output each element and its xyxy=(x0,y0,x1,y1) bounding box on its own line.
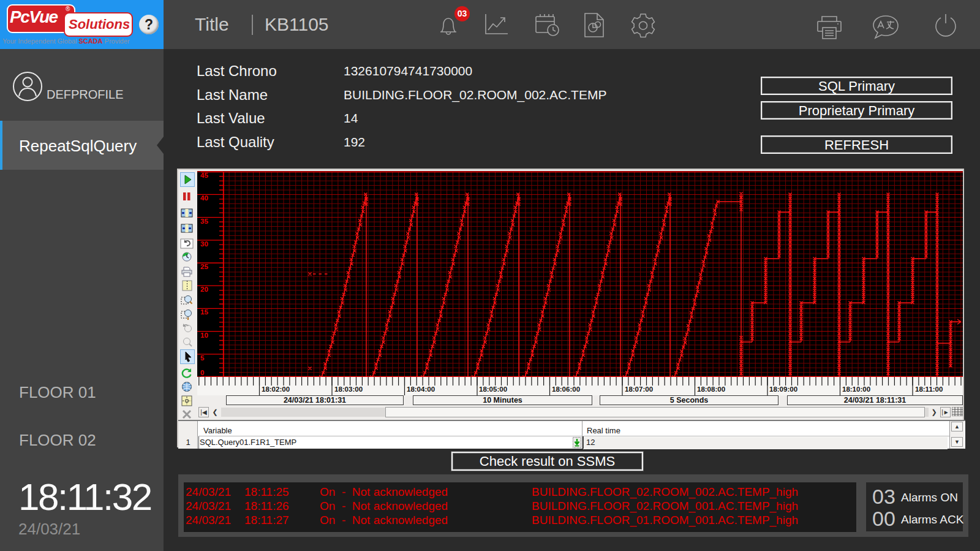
svg-text:18:10:00: 18:10:00 xyxy=(842,386,870,393)
svg-text:18:05:00: 18:05:00 xyxy=(479,386,507,393)
svg-text:15: 15 xyxy=(200,308,208,316)
svg-text:45: 45 xyxy=(200,172,208,179)
svg-text:18:07:00: 18:07:00 xyxy=(625,386,653,393)
svg-text:18:03:00: 18:03:00 xyxy=(334,386,363,393)
svg-text:40: 40 xyxy=(200,194,208,202)
svg-text:0: 0 xyxy=(200,369,204,376)
svg-text:18:09:00: 18:09:00 xyxy=(769,386,797,393)
svg-text:5: 5 xyxy=(200,354,205,362)
svg-text:20: 20 xyxy=(200,286,208,293)
svg-text:18:08:00: 18:08:00 xyxy=(697,386,725,393)
svg-text:10: 10 xyxy=(200,332,208,339)
svg-text:18:02:00: 18:02:00 xyxy=(262,386,290,393)
svg-text:18:06:00: 18:06:00 xyxy=(552,386,580,393)
svg-text:18:04:00: 18:04:00 xyxy=(407,386,435,393)
svg-text:30: 30 xyxy=(200,240,208,248)
svg-text:25: 25 xyxy=(200,263,208,270)
svg-text:18:11:00: 18:11:00 xyxy=(915,386,943,393)
svg-text:35: 35 xyxy=(200,218,208,225)
